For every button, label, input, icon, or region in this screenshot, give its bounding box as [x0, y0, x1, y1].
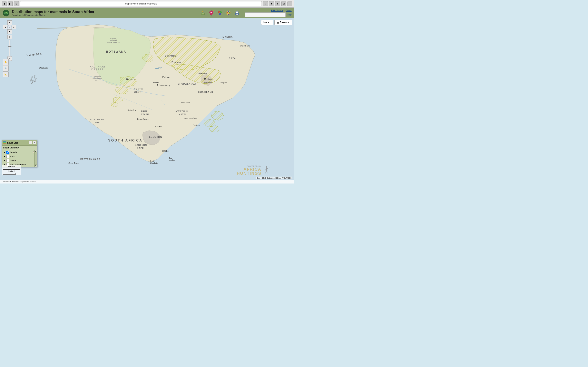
svg-point-4 [201, 13, 204, 14]
checkbox-kudu[interactable] [6, 155, 9, 158]
tab-button[interactable]: ⊡ [14, 1, 19, 6]
scale-mi-label: 300 mi [3, 170, 20, 173]
app-subtitle: Department of Environmental Affairs [12, 14, 195, 16]
about-link[interactable]: About [286, 9, 292, 12]
layer-scrollbar: ▲ ▼ [34, 150, 37, 167]
color-picker-icon-button[interactable] [216, 9, 224, 17]
basemap-icon: ▦ [277, 21, 279, 24]
svg-point-30 [266, 166, 267, 167]
svg-rect-28 [3, 142, 6, 143]
map-container[interactable]: NAMIBIA BOTSWANA SOUTH AFRICA SWAZILAND … [0, 18, 294, 184]
expand-kudu-button[interactable]: ▶ [3, 155, 6, 158]
expand-nyala-button[interactable]: ▶ [3, 159, 6, 162]
hand-tool-button[interactable]: ✋ [3, 59, 9, 65]
minimize-panel-button[interactable]: — [29, 141, 32, 144]
browser-nav: ◀ ▶ ⊡ mapservice.environment.gov.za ↻ ⬇ … [0, 0, 294, 8]
feedback-link[interactable]: FEEDBACK [271, 9, 283, 12]
svg-rect-22 [239, 13, 239, 13]
coordinates-bar: Latitude:-35.871246 Longitude:41.374511 [0, 180, 294, 184]
map-background [0, 18, 294, 184]
attribution: Esri, HERE, DeLorme, NOAA, FAO, USGS [256, 176, 292, 179]
fullscreen-button[interactable]: ⊡ [281, 1, 286, 6]
svg-point-2 [6, 12, 7, 13]
layer-icon [3, 141, 6, 145]
svg-point-16 [229, 12, 230, 13]
palette-icon-button[interactable] [225, 9, 232, 17]
expand-impala-button[interactable]: ▶ [3, 151, 6, 154]
checkbox-nyala[interactable] [6, 159, 9, 162]
watermark-brand: AFRICA [237, 167, 261, 171]
reload-button[interactable]: ↻ [263, 1, 268, 6]
map-toolbar-top: More... ▦ Basemap [261, 20, 292, 25]
layer-panel-title: Layer List [3, 141, 18, 145]
scale-bar: 500 km 300 mi [2, 165, 21, 175]
layer-panel-controls: — ✕ [29, 141, 36, 144]
scroll-up-button[interactable]: ▲ [35, 150, 37, 152]
more-button[interactable]: More... [261, 20, 273, 25]
zoom-tool-button[interactable]: 🔍 [3, 65, 9, 71]
app-title: Distribution maps for mammals in South A… [12, 10, 195, 14]
watermark: POWERED BY AFRICA HUNTINGS [237, 165, 261, 175]
close-panel-button[interactable]: ✕ [33, 141, 36, 144]
pan-right-button[interactable]: ► [12, 25, 16, 29]
layer-list: ▶ Impala ● ▶ Kudu ▶ Nyala ▶ Red Harte [2, 150, 37, 167]
svg-point-15 [228, 11, 229, 12]
layer-panel-title-text: Layer List [7, 142, 18, 144]
zoom-slider[interactable] [9, 40, 10, 56]
forward-button[interactable]: ▶ [8, 1, 13, 6]
layer-name-nyala: Nyala [10, 159, 36, 162]
map-navigation: ▲ ◄ ⊕ ► ▼ + − [3, 20, 16, 61]
new-tab-button[interactable]: + [287, 1, 292, 6]
url-bar[interactable]: mapservice.environment.gov.za [20, 1, 262, 6]
watermark-brand2: HUNTINGS [237, 171, 261, 175]
layer-item-kudu: ▶ Kudu [2, 154, 37, 158]
hunter-silhouette [261, 165, 269, 175]
checkbox-impala[interactable] [6, 151, 9, 154]
svg-point-14 [227, 12, 228, 13]
pan-center-button[interactable]: ⊕ [7, 25, 12, 29]
pan-up-button[interactable]: ▲ [7, 20, 12, 25]
layer-visibility-label: Layer Visibility [2, 146, 37, 150]
app-logo [2, 9, 10, 17]
svg-line-35 [267, 171, 268, 173]
svg-line-34 [265, 171, 267, 173]
pan-left-button[interactable]: ◄ [3, 25, 7, 29]
zoom-in-button[interactable]: + [7, 35, 12, 39]
layer-item-impala: ▶ Impala ● [2, 150, 37, 154]
scale-km-label: 500 km [3, 166, 20, 168]
download-button[interactable]: ⬇ [269, 1, 274, 6]
browser-chrome: ◀ ▶ ⊡ mapservice.environment.gov.za ↻ ⬇ … [0, 0, 294, 8]
coordinates-text: Latitude:-35.871246 Longitude:41.374511 [2, 181, 36, 183]
svg-point-6 [202, 11, 203, 12]
share-button[interactable]: ⬆ [275, 1, 280, 6]
help-link[interactable]: Help [287, 13, 292, 16]
measure-tool-button[interactable]: 📐 [3, 71, 9, 77]
svg-point-13 [219, 12, 221, 13]
app-title-area: Distribution maps for mammals in South A… [12, 10, 195, 16]
pin-icon-button[interactable] [208, 9, 215, 17]
layer-name-impala: Impala [10, 151, 33, 154]
svg-point-17 [229, 13, 230, 14]
search-input[interactable] [245, 12, 286, 17]
scroll-down-button[interactable]: ▼ [35, 165, 37, 167]
svg-rect-29 [3, 143, 6, 144]
svg-rect-27 [3, 141, 6, 142]
layer-name-kudu: Kudu [10, 155, 36, 158]
svg-point-9 [213, 10, 214, 11]
svg-point-7 [210, 12, 212, 13]
pan-down-button[interactable]: ▼ [7, 29, 12, 34]
app-header: Distribution maps for mammals in South A… [0, 8, 294, 18]
print-icon-button[interactable] [233, 9, 241, 17]
back-button[interactable]: ◀ [2, 1, 7, 6]
svg-point-18 [228, 14, 229, 15]
globe-icon-button[interactable] [199, 9, 207, 17]
layer-panel: Layer List — ✕ Layer Visibility ▶ Impala… [2, 140, 37, 167]
map-tools: ✋ 🔍 📐 [3, 59, 9, 77]
layer-item-nyala: ▶ Nyala [2, 158, 37, 162]
zoom-controls: + − [7, 35, 12, 61]
zoom-handle[interactable] [8, 46, 11, 47]
header-icons [199, 9, 241, 17]
basemap-button[interactable]: ▦ Basemap [274, 20, 292, 25]
svg-rect-20 [236, 11, 238, 13]
layer-panel-header: Layer List — ✕ [2, 140, 37, 146]
